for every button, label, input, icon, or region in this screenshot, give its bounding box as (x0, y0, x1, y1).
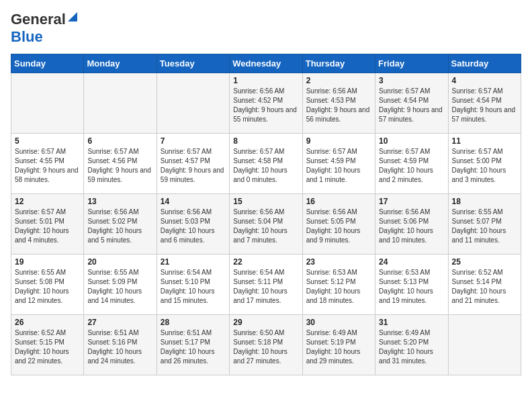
calendar-cell: 21Sunrise: 6:54 AM Sunset: 5:10 PM Dayli… (157, 255, 229, 315)
day-number: 8 (233, 136, 298, 146)
day-number: 14 (161, 197, 226, 206)
calendar-cell: 7Sunrise: 6:57 AM Sunset: 4:57 PM Daylig… (157, 134, 229, 194)
calendar-cell: 18Sunrise: 6:55 AM Sunset: 5:07 PM Dayli… (448, 194, 521, 255)
day-number: 19 (15, 257, 80, 267)
day-number: 31 (379, 318, 444, 327)
day-info: Sunrise: 6:49 AM Sunset: 5:20 PM Dayligh… (379, 328, 444, 366)
calendar-cell: 31Sunrise: 6:49 AM Sunset: 5:20 PM Dayli… (375, 315, 448, 375)
calendar-cell: 5Sunrise: 6:57 AM Sunset: 4:55 PM Daylig… (11, 134, 84, 194)
day-info: Sunrise: 6:57 AM Sunset: 4:57 PM Dayligh… (161, 147, 226, 185)
calendar-cell: 11Sunrise: 6:57 AM Sunset: 5:00 PM Dayli… (448, 134, 521, 194)
logo-blue-text: Blue (11, 28, 43, 45)
day-number: 16 (306, 197, 371, 206)
calendar-week-3: 12Sunrise: 6:57 AM Sunset: 5:01 PM Dayli… (11, 194, 521, 255)
day-info: Sunrise: 6:55 AM Sunset: 5:08 PM Dayligh… (15, 268, 80, 306)
calendar-cell: 17Sunrise: 6:56 AM Sunset: 5:06 PM Dayli… (375, 194, 448, 255)
calendar-cell (448, 315, 521, 375)
day-number: 24 (379, 257, 444, 267)
day-number: 3 (379, 76, 444, 85)
day-info: Sunrise: 6:55 AM Sunset: 5:07 PM Dayligh… (452, 208, 517, 245)
calendar-cell: 22Sunrise: 6:54 AM Sunset: 5:11 PM Dayli… (230, 255, 302, 315)
calendar-cell: 24Sunrise: 6:53 AM Sunset: 5:13 PM Dayli… (375, 255, 448, 315)
day-info: Sunrise: 6:51 AM Sunset: 5:16 PM Dayligh… (87, 328, 152, 366)
day-info: Sunrise: 6:52 AM Sunset: 5:15 PM Dayligh… (15, 328, 80, 366)
calendar-cell: 9Sunrise: 6:57 AM Sunset: 4:59 PM Daylig… (302, 134, 375, 194)
weekday-header-tuesday: Tuesday (157, 54, 229, 73)
day-info: Sunrise: 6:56 AM Sunset: 5:04 PM Dayligh… (233, 208, 298, 245)
day-number: 18 (452, 197, 517, 206)
logo: General Blue (11, 11, 77, 46)
day-info: Sunrise: 6:50 AM Sunset: 5:18 PM Dayligh… (233, 328, 298, 366)
weekday-header-saturday: Saturday (448, 54, 521, 73)
day-number: 23 (306, 257, 371, 267)
day-info: Sunrise: 6:57 AM Sunset: 4:55 PM Dayligh… (15, 147, 80, 185)
calendar-cell: 25Sunrise: 6:52 AM Sunset: 5:14 PM Dayli… (448, 255, 521, 315)
calendar-table: SundayMondayTuesdayWednesdayThursdayFrid… (11, 54, 521, 375)
calendar-cell: 20Sunrise: 6:55 AM Sunset: 5:09 PM Dayli… (84, 255, 157, 315)
day-number: 29 (233, 318, 298, 327)
day-info: Sunrise: 6:55 AM Sunset: 5:09 PM Dayligh… (87, 268, 152, 306)
day-info: Sunrise: 6:57 AM Sunset: 4:59 PM Dayligh… (379, 147, 444, 185)
day-info: Sunrise: 6:57 AM Sunset: 4:58 PM Dayligh… (233, 147, 298, 185)
calendar-cell: 6Sunrise: 6:57 AM Sunset: 4:56 PM Daylig… (84, 134, 157, 194)
calendar-cell: 19Sunrise: 6:55 AM Sunset: 5:08 PM Dayli… (11, 255, 84, 315)
calendar-week-4: 19Sunrise: 6:55 AM Sunset: 5:08 PM Dayli… (11, 255, 521, 315)
day-info: Sunrise: 6:56 AM Sunset: 4:52 PM Dayligh… (233, 87, 298, 124)
day-number: 6 (87, 136, 152, 146)
day-number: 7 (161, 136, 226, 146)
day-number: 20 (87, 257, 152, 267)
calendar-cell: 3Sunrise: 6:57 AM Sunset: 4:54 PM Daylig… (375, 73, 448, 134)
day-number: 28 (161, 318, 226, 327)
day-info: Sunrise: 6:51 AM Sunset: 5:17 PM Dayligh… (161, 328, 226, 366)
calendar-cell: 28Sunrise: 6:51 AM Sunset: 5:17 PM Dayli… (157, 315, 229, 375)
calendar-cell: 26Sunrise: 6:52 AM Sunset: 5:15 PM Dayli… (11, 315, 84, 375)
calendar-cell: 1Sunrise: 6:56 AM Sunset: 4:52 PM Daylig… (230, 73, 302, 134)
day-info: Sunrise: 6:53 AM Sunset: 5:13 PM Dayligh… (379, 268, 444, 306)
day-info: Sunrise: 6:56 AM Sunset: 5:02 PM Dayligh… (87, 208, 152, 245)
day-info: Sunrise: 6:56 AM Sunset: 5:05 PM Dayligh… (306, 208, 371, 245)
day-info: Sunrise: 6:54 AM Sunset: 5:10 PM Dayligh… (161, 268, 226, 306)
day-number: 26 (15, 318, 80, 327)
calendar-cell (84, 73, 157, 134)
day-number: 11 (452, 136, 517, 146)
calendar-cell: 16Sunrise: 6:56 AM Sunset: 5:05 PM Dayli… (302, 194, 375, 255)
day-info: Sunrise: 6:52 AM Sunset: 5:14 PM Dayligh… (452, 268, 517, 306)
weekday-header-sunday: Sunday (11, 54, 84, 73)
calendar-cell: 2Sunrise: 6:56 AM Sunset: 4:53 PM Daylig… (302, 73, 375, 134)
day-number: 2 (306, 76, 371, 85)
day-number: 13 (87, 197, 152, 206)
day-number: 5 (15, 136, 80, 146)
calendar-cell: 14Sunrise: 6:56 AM Sunset: 5:03 PM Dayli… (157, 194, 229, 255)
day-info: Sunrise: 6:56 AM Sunset: 5:03 PM Dayligh… (161, 208, 226, 245)
weekday-header-wednesday: Wednesday (230, 54, 302, 73)
calendar-week-1: 1Sunrise: 6:56 AM Sunset: 4:52 PM Daylig… (11, 73, 521, 134)
day-number: 4 (452, 76, 517, 85)
weekday-header-friday: Friday (375, 54, 448, 73)
calendar-week-5: 26Sunrise: 6:52 AM Sunset: 5:15 PM Dayli… (11, 315, 521, 375)
day-info: Sunrise: 6:54 AM Sunset: 5:11 PM Dayligh… (233, 268, 298, 306)
calendar-cell: 8Sunrise: 6:57 AM Sunset: 4:58 PM Daylig… (230, 134, 302, 194)
day-number: 25 (452, 257, 517, 267)
day-number: 15 (233, 197, 298, 206)
day-number: 10 (379, 136, 444, 146)
day-info: Sunrise: 6:56 AM Sunset: 5:06 PM Dayligh… (379, 208, 444, 245)
calendar-cell: 4Sunrise: 6:57 AM Sunset: 4:54 PM Daylig… (448, 73, 521, 134)
day-number: 22 (233, 257, 298, 267)
day-number: 1 (233, 76, 298, 85)
day-number: 27 (87, 318, 152, 327)
calendar-cell (157, 73, 229, 134)
calendar-cell: 23Sunrise: 6:53 AM Sunset: 5:12 PM Dayli… (302, 255, 375, 315)
day-number: 17 (379, 197, 444, 206)
calendar-cell: 30Sunrise: 6:49 AM Sunset: 5:19 PM Dayli… (302, 315, 375, 375)
logo-icon (68, 12, 77, 21)
calendar-cell: 15Sunrise: 6:56 AM Sunset: 5:04 PM Dayli… (230, 194, 302, 255)
day-info: Sunrise: 6:57 AM Sunset: 4:54 PM Dayligh… (379, 87, 444, 124)
day-info: Sunrise: 6:57 AM Sunset: 4:54 PM Dayligh… (452, 87, 517, 124)
calendar-cell (11, 73, 84, 134)
calendar-cell: 10Sunrise: 6:57 AM Sunset: 4:59 PM Dayli… (375, 134, 448, 194)
day-info: Sunrise: 6:49 AM Sunset: 5:19 PM Dayligh… (306, 328, 371, 366)
weekday-header-row: SundayMondayTuesdayWednesdayThursdayFrid… (11, 54, 521, 73)
page-header: General Blue (11, 11, 521, 46)
logo-general-text: General (11, 11, 66, 28)
day-info: Sunrise: 6:56 AM Sunset: 4:53 PM Dayligh… (306, 87, 371, 124)
